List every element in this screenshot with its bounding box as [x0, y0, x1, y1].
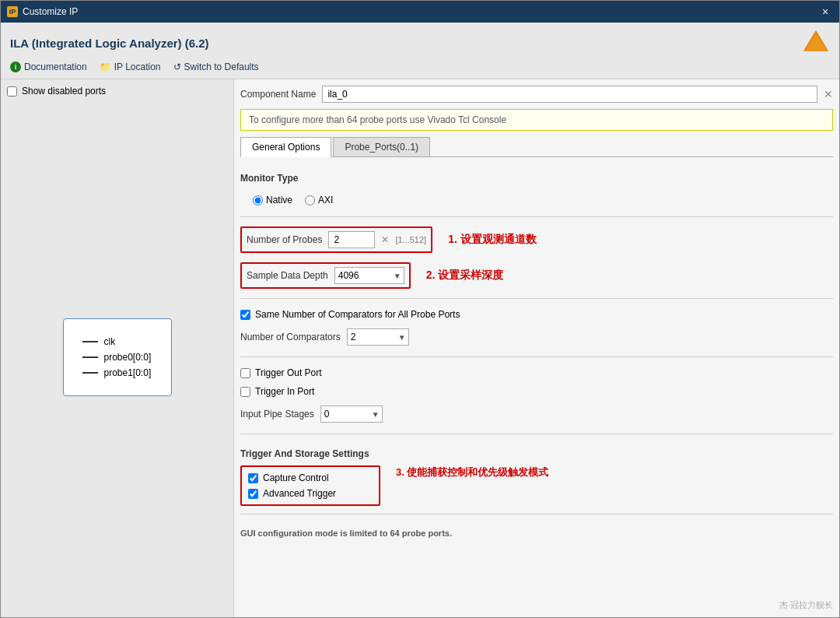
ip-location-button[interactable]: 📁 IP Location: [100, 61, 161, 72]
port-probe1-label: probe1[0:0]: [104, 367, 152, 378]
trigger-out-row: Trigger Out Port: [240, 365, 833, 381]
show-disabled-checkbox[interactable]: [7, 86, 17, 97]
depth-label: Sample Data Depth: [247, 270, 328, 281]
app-icon: IP: [7, 6, 18, 17]
xilinx-logo: [802, 29, 830, 57]
main-content: Show disabled ports clk probe0[0:0]: [1, 79, 839, 617]
trigger-in-row: Trigger In Port: [240, 384, 833, 399]
monitor-type-title: Monitor Type: [240, 173, 833, 184]
port-clk-label: clk: [104, 336, 116, 347]
info-icon: i: [10, 61, 21, 72]
close-button[interactable]: ×: [817, 4, 833, 19]
radio-axi-label: AXI: [318, 195, 333, 205]
probes-clear-icon[interactable]: ✕: [381, 234, 389, 245]
radio-axi: AXI: [305, 195, 333, 205]
tab-probe-ports-label: Probe_Ports(0..1): [345, 142, 418, 153]
trigger-storage-box: Capture Control Advanced Trigger: [240, 465, 380, 506]
depth-annotation: 2. 设置采样深度: [426, 269, 504, 283]
radio-native-input[interactable]: [253, 195, 263, 205]
same-comparators-row: Same Number of Comparators for All Probe…: [240, 307, 833, 322]
show-disabled-label: Show disabled ports: [22, 86, 106, 97]
trigger-in-checkbox[interactable]: [240, 387, 250, 397]
component-name-input[interactable]: [322, 86, 817, 103]
advanced-trigger-checkbox[interactable]: [248, 489, 258, 499]
depth-select[interactable]: 1024 2048 4096 8192 16384 32768 65536 13…: [334, 267, 404, 284]
probes-label: Number of Probes: [247, 234, 322, 245]
component-name-row: Component Name ✕: [240, 86, 833, 103]
advanced-trigger-label: Advanced Trigger: [263, 488, 336, 499]
trigger-out-checkbox[interactable]: [240, 368, 250, 378]
main-window: IP Customize IP × ILA (Integrated Logic …: [0, 0, 840, 618]
switch-defaults-label: Switch to Defaults: [184, 61, 259, 72]
port-probe0-label: probe0[0:0]: [104, 352, 152, 363]
tab-general-options[interactable]: General Options: [240, 137, 331, 157]
pipe-stages-select-wrapper: 0 1 2 3 4 ▼: [320, 406, 383, 423]
port-line-probe0: [82, 356, 98, 358]
pipe-stages-row: Input Pipe Stages 0 1 2 3 4 ▼: [240, 402, 833, 426]
show-disabled-row: Show disabled ports: [7, 86, 227, 97]
num-comparators-row: Number of Comparators 1 2 3 4 ▼: [240, 325, 833, 349]
tab-probe-ports[interactable]: Probe_Ports(0..1): [333, 137, 430, 156]
ip-location-label: IP Location: [114, 61, 161, 72]
refresh-icon: ↺: [173, 61, 181, 72]
advanced-trigger-row: Advanced Trigger: [248, 486, 373, 501]
component-box: clk probe0[0:0] probe1[0:0]: [63, 318, 172, 396]
same-comparators-checkbox[interactable]: [240, 310, 250, 320]
capture-control-row: Capture Control: [248, 470, 373, 486]
left-panel: Show disabled ports clk probe0[0:0]: [1, 79, 234, 617]
depth-select-wrapper: 1024 2048 4096 8192 16384 32768 65536 13…: [334, 267, 404, 284]
divider-3: [240, 356, 833, 357]
probes-input[interactable]: [328, 231, 375, 248]
probes-annotation: 1. 设置观测通道数: [448, 233, 537, 247]
comparators-select[interactable]: 1 2 3 4: [347, 328, 409, 346]
header-section: ILA (Integrated Logic Analyzer) (6.2) i …: [1, 23, 839, 79]
info-banner-text: To configure more than 64 probe ports us…: [249, 114, 506, 125]
port-probe0: probe0[0:0]: [82, 352, 152, 363]
port-clk: clk: [82, 336, 152, 347]
pipe-stages-select[interactable]: 0 1 2 3 4: [320, 406, 383, 423]
tabs-row: General Options Probe_Ports(0..1): [240, 137, 833, 157]
radio-native: Native: [253, 195, 292, 205]
watermark: 杰·冠拉力舰长: [240, 584, 833, 611]
number-of-probes-box: Number of Probes ✕ [1...512]: [240, 226, 432, 253]
radio-axi-input[interactable]: [305, 195, 315, 205]
documentation-label: Documentation: [24, 61, 87, 72]
component-diagram: clk probe0[0:0] probe1[0:0]: [7, 103, 227, 611]
toolbar: i Documentation 📁 IP Location ↺ Switch t…: [10, 61, 830, 72]
right-panel: Component Name ✕ To configure more than …: [234, 79, 839, 617]
gui-note: GUI configuration mode is limited to 64 …: [240, 528, 833, 538]
component-name-clear[interactable]: ✕: [824, 88, 833, 100]
divider-2: [240, 298, 833, 299]
trigger-out-label: Trigger Out Port: [255, 367, 322, 378]
sample-data-depth-box: Sample Data Depth 1024 2048 4096 8192 16…: [240, 262, 411, 289]
port-probe1: probe1[0:0]: [82, 367, 152, 378]
monitor-type-row: Native AXI: [240, 191, 833, 209]
comparators-label: Number of Comparators: [240, 332, 341, 342]
trigger-in-label: Trigger In Port: [255, 386, 314, 397]
switch-defaults-button[interactable]: ↺ Switch to Defaults: [173, 61, 259, 72]
component-name-label: Component Name: [240, 89, 316, 100]
tab-general-options-label: General Options: [252, 142, 320, 153]
divider-1: [240, 216, 833, 217]
info-banner: To configure more than 64 probe ports us…: [240, 109, 833, 131]
port-line-clk: [82, 341, 98, 342]
divider-4: [240, 434, 833, 434]
port-line-probe1: [82, 372, 98, 374]
probes-hint: [1...512]: [395, 235, 426, 244]
comparators-select-wrapper: 1 2 3 4 ▼: [347, 328, 409, 346]
folder-icon: 📁: [100, 61, 111, 72]
radio-native-label: Native: [266, 195, 292, 205]
pipe-stages-label: Input Pipe Stages: [240, 409, 314, 420]
same-comparators-label: Same Number of Comparators for All Probe…: [255, 309, 460, 320]
documentation-button[interactable]: i Documentation: [10, 61, 87, 72]
capture-control-label: Capture Control: [263, 472, 329, 483]
divider-5: [240, 514, 833, 514]
title-bar: IP Customize IP ×: [1, 1, 839, 23]
window-title: Customize IP: [23, 6, 78, 17]
trigger-storage-title: Trigger And Storage Settings: [240, 448, 833, 459]
trigger-annotation: 3. 使能捕获控制和优先级触发模式: [396, 465, 548, 479]
title-bar-left: IP Customize IP: [7, 6, 78, 17]
app-title-text: ILA (Integrated Logic Analyzer) (6.2): [10, 37, 209, 50]
app-title-row: ILA (Integrated Logic Analyzer) (6.2): [10, 29, 830, 57]
capture-control-checkbox[interactable]: [248, 473, 258, 483]
